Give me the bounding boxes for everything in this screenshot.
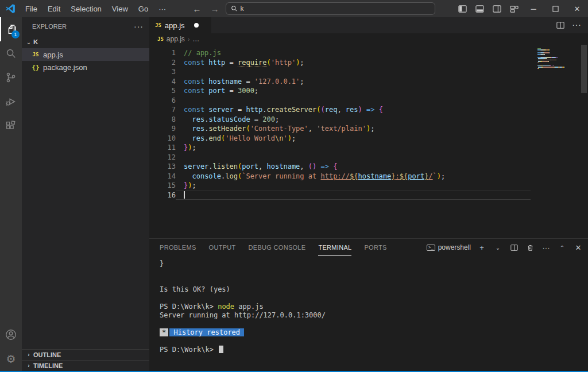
tab-label: app.js: [165, 21, 185, 30]
menu-selection[interactable]: Selection: [65, 0, 106, 17]
code-token: ;: [192, 181, 196, 189]
file-item-app.js[interactable]: JSapp.js: [22, 48, 149, 61]
terminal[interactable]: }Is this OK? (yes)PS D:\Work\k> node app…: [149, 256, 588, 371]
kill-terminal-icon[interactable]: [525, 241, 535, 254]
minimap-seg: [551, 60, 555, 61]
code-token: hostname: [358, 172, 392, 180]
minimap-seg: [544, 52, 549, 53]
code-token: http: [246, 106, 262, 114]
line-number: 10: [149, 134, 176, 144]
terminal-dropdown-icon[interactable]: ⌄: [493, 241, 503, 254]
close-button[interactable]: ✕: [566, 0, 588, 17]
editor-group: JS app.js ··· JS app.js › … 1// app.js2c…: [149, 17, 588, 371]
code-token: hostname: [267, 162, 300, 170]
split-terminal-icon[interactable]: [509, 241, 519, 254]
menu-view[interactable]: View: [107, 0, 133, 17]
modified-dot-icon[interactable]: [194, 23, 199, 28]
code-line: 15});: [149, 181, 588, 191]
code-token: server: [208, 106, 233, 114]
editor-scrollbar[interactable]: [580, 45, 588, 238]
toggle-secondary-sidebar-icon[interactable]: [488, 0, 505, 17]
customize-layout-icon[interactable]: [505, 0, 523, 17]
terminal-line: }: [160, 259, 588, 268]
minimap-seg: [539, 63, 539, 64]
code-token: ;: [300, 59, 304, 67]
history-restored-badge: History restored: [169, 328, 244, 336]
activity-extensions[interactable]: [0, 114, 22, 138]
code-line: 7const server = http.createServer((req, …: [149, 105, 588, 115]
menu-file[interactable]: File: [20, 0, 42, 17]
activity-accounts[interactable]: [0, 323, 22, 347]
line-number: 8: [149, 115, 176, 125]
code-token: [316, 162, 320, 170]
editor-more-icon[interactable]: ···: [570, 18, 583, 32]
title-bar: FileEditSelectionViewGo ··· ← → k ─ ✕: [0, 0, 588, 17]
menu-go[interactable]: Go: [133, 0, 153, 17]
file-item-package.json[interactable]: {}package.json: [22, 61, 149, 73]
panel-more-icon[interactable]: ···: [541, 241, 551, 254]
panel-tab-output[interactable]: OUTPUT: [209, 239, 236, 256]
code-token: '127.0.0.1': [254, 78, 300, 86]
maximize-button[interactable]: [544, 0, 566, 17]
code-token: 'http': [271, 59, 296, 67]
activity-search[interactable]: [0, 41, 22, 65]
gear-icon: ⚙: [6, 352, 16, 366]
toggle-sidebar-icon[interactable]: [454, 0, 471, 17]
minimap-seg: [537, 48, 541, 49]
panel-tab-problems[interactable]: PROBLEMS: [160, 239, 196, 256]
terminal-text: app.js: [234, 303, 264, 311]
folder-root[interactable]: ⌄ K: [22, 36, 149, 48]
code-editor[interactable]: 1// app.js2const http = require('http');…: [149, 45, 588, 238]
code-token: ): [437, 172, 441, 180]
line-content: server.listen(port, hostname, () => {: [176, 162, 531, 172]
minimap-line: [537, 68, 578, 69]
breadcrumb[interactable]: JS app.js › …: [149, 33, 588, 45]
explorer-sidebar: EXPLORER ··· ⌄ K JSapp.js{}package.json …: [22, 17, 149, 371]
section-outline[interactable]: ›OUTLINE: [22, 349, 149, 360]
file-tree: ⌄ K JSapp.js{}package.json: [22, 36, 149, 349]
line-number: 11: [149, 143, 176, 153]
tab-appjs[interactable]: JS app.js: [149, 17, 211, 33]
terminal-line: Server running at http://127.0.0.1:3000/: [160, 311, 588, 320]
line-number: 4: [149, 77, 176, 87]
line-content: [176, 67, 531, 77]
shell-chip[interactable]: >_ powershell: [427, 243, 471, 251]
activity-source-control[interactable]: [0, 65, 22, 90]
text-cursor: [184, 191, 185, 199]
activity-settings[interactable]: ⚙: [0, 347, 22, 371]
toggle-panel-icon[interactable]: [471, 0, 488, 17]
split-editor-icon[interactable]: [554, 18, 567, 32]
menu-more[interactable]: ···: [153, 0, 171, 17]
search-icon: [231, 5, 238, 12]
code-line: 1// app.js: [149, 48, 588, 58]
activity-explorer[interactable]: 1: [0, 17, 22, 41]
code-token: ;: [300, 78, 304, 86]
breadcrumb-symbol[interactable]: …: [192, 35, 199, 43]
new-terminal-icon[interactable]: +: [477, 241, 487, 254]
minimap[interactable]: [537, 48, 578, 71]
terminal-line: PS D:\Work\k>: [160, 346, 588, 354]
panel-tab-ports[interactable]: PORTS: [364, 239, 386, 256]
search-value: k: [241, 5, 244, 13]
code-token: {: [333, 162, 337, 170]
terminal-text: PS D:\Work\k>: [160, 346, 218, 354]
sidebar-more-icon[interactable]: ···: [134, 22, 144, 31]
close-panel-icon[interactable]: ✕: [573, 241, 583, 254]
section-timeline[interactable]: ›TIMELINE: [22, 360, 149, 371]
back-arrow-icon[interactable]: ←: [190, 4, 204, 14]
forward-arrow-icon[interactable]: →: [208, 4, 222, 14]
command-center-search[interactable]: k: [226, 2, 435, 15]
title-bar-center: ← → k: [171, 2, 454, 15]
activity-run-debug[interactable]: [0, 90, 22, 114]
code-token: }: [391, 172, 395, 180]
minimize-button[interactable]: ─: [523, 0, 544, 17]
panel-tab-terminal[interactable]: TERMINAL: [318, 239, 351, 256]
code-token: log: [225, 172, 238, 180]
scrollbar-thumb[interactable]: [581, 45, 587, 93]
panel-actions: >_ powershell + ⌄ ··· ⌃ ✕: [427, 241, 583, 254]
search-icon: [5, 47, 17, 60]
maximize-panel-icon[interactable]: ⌃: [557, 241, 567, 254]
breadcrumb-file[interactable]: app.js: [167, 35, 185, 43]
menu-edit[interactable]: Edit: [42, 0, 65, 17]
panel-tab-debug-console[interactable]: DEBUG CONSOLE: [249, 239, 306, 256]
